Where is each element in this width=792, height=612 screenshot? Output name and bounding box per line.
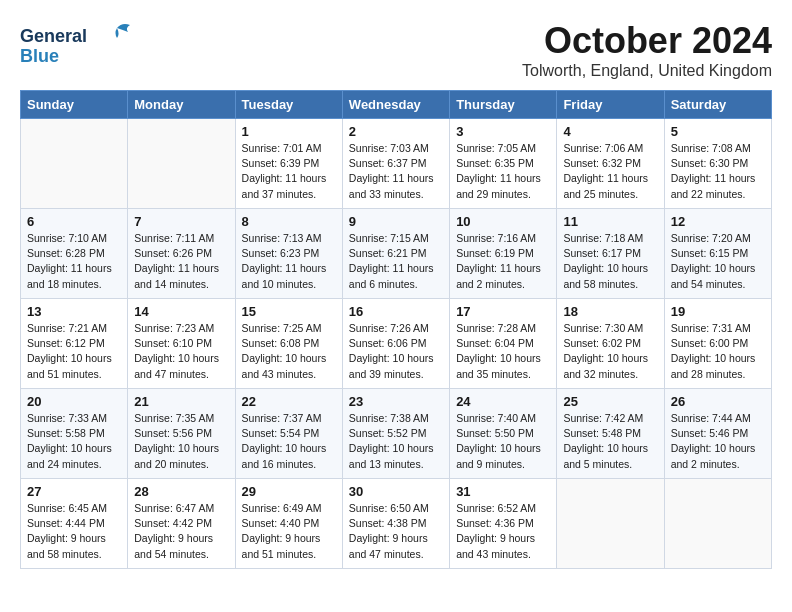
- day-content: Sunrise: 7:25 AM Sunset: 6:08 PM Dayligh…: [242, 321, 336, 382]
- day-content: Sunrise: 7:33 AM Sunset: 5:58 PM Dayligh…: [27, 411, 121, 472]
- day-content: Sunrise: 7:38 AM Sunset: 5:52 PM Dayligh…: [349, 411, 443, 472]
- calendar-cell: 15Sunrise: 7:25 AM Sunset: 6:08 PM Dayli…: [235, 299, 342, 389]
- calendar-table: SundayMondayTuesdayWednesdayThursdayFrid…: [20, 90, 772, 569]
- calendar-cell: 21Sunrise: 7:35 AM Sunset: 5:56 PM Dayli…: [128, 389, 235, 479]
- month-title: October 2024: [522, 20, 772, 62]
- day-number: 8: [242, 214, 336, 229]
- day-number: 14: [134, 304, 228, 319]
- day-number: 10: [456, 214, 550, 229]
- day-content: Sunrise: 7:21 AM Sunset: 6:12 PM Dayligh…: [27, 321, 121, 382]
- day-content: Sunrise: 7:35 AM Sunset: 5:56 PM Dayligh…: [134, 411, 228, 472]
- calendar-cell: 26Sunrise: 7:44 AM Sunset: 5:46 PM Dayli…: [664, 389, 771, 479]
- logo-svg: General Blue: [20, 20, 140, 70]
- day-number: 15: [242, 304, 336, 319]
- calendar-body: 1Sunrise: 7:01 AM Sunset: 6:39 PM Daylig…: [21, 119, 772, 569]
- calendar-cell: [557, 479, 664, 569]
- calendar-cell: 23Sunrise: 7:38 AM Sunset: 5:52 PM Dayli…: [342, 389, 449, 479]
- day-content: Sunrise: 7:23 AM Sunset: 6:10 PM Dayligh…: [134, 321, 228, 382]
- calendar-cell: 14Sunrise: 7:23 AM Sunset: 6:10 PM Dayli…: [128, 299, 235, 389]
- day-content: Sunrise: 6:47 AM Sunset: 4:42 PM Dayligh…: [134, 501, 228, 562]
- day-header-wednesday: Wednesday: [342, 91, 449, 119]
- day-number: 7: [134, 214, 228, 229]
- day-number: 17: [456, 304, 550, 319]
- calendar-cell: 30Sunrise: 6:50 AM Sunset: 4:38 PM Dayli…: [342, 479, 449, 569]
- day-content: Sunrise: 6:50 AM Sunset: 4:38 PM Dayligh…: [349, 501, 443, 562]
- day-number: 31: [456, 484, 550, 499]
- day-content: Sunrise: 7:08 AM Sunset: 6:30 PM Dayligh…: [671, 141, 765, 202]
- day-number: 2: [349, 124, 443, 139]
- calendar-cell: 16Sunrise: 7:26 AM Sunset: 6:06 PM Dayli…: [342, 299, 449, 389]
- day-number: 4: [563, 124, 657, 139]
- calendar-cell: 19Sunrise: 7:31 AM Sunset: 6:00 PM Dayli…: [664, 299, 771, 389]
- day-number: 9: [349, 214, 443, 229]
- calendar-cell: 24Sunrise: 7:40 AM Sunset: 5:50 PM Dayli…: [450, 389, 557, 479]
- calendar-cell: 4Sunrise: 7:06 AM Sunset: 6:32 PM Daylig…: [557, 119, 664, 209]
- calendar-cell: 22Sunrise: 7:37 AM Sunset: 5:54 PM Dayli…: [235, 389, 342, 479]
- day-content: Sunrise: 7:01 AM Sunset: 6:39 PM Dayligh…: [242, 141, 336, 202]
- day-number: 20: [27, 394, 121, 409]
- day-header-monday: Monday: [128, 91, 235, 119]
- day-content: Sunrise: 7:05 AM Sunset: 6:35 PM Dayligh…: [456, 141, 550, 202]
- day-content: Sunrise: 7:13 AM Sunset: 6:23 PM Dayligh…: [242, 231, 336, 292]
- calendar-cell: [128, 119, 235, 209]
- location: Tolworth, England, United Kingdom: [522, 62, 772, 80]
- calendar-cell: 25Sunrise: 7:42 AM Sunset: 5:48 PM Dayli…: [557, 389, 664, 479]
- day-content: Sunrise: 7:18 AM Sunset: 6:17 PM Dayligh…: [563, 231, 657, 292]
- day-content: Sunrise: 7:03 AM Sunset: 6:37 PM Dayligh…: [349, 141, 443, 202]
- day-content: Sunrise: 7:10 AM Sunset: 6:28 PM Dayligh…: [27, 231, 121, 292]
- calendar-cell: 8Sunrise: 7:13 AM Sunset: 6:23 PM Daylig…: [235, 209, 342, 299]
- day-content: Sunrise: 6:52 AM Sunset: 4:36 PM Dayligh…: [456, 501, 550, 562]
- day-number: 23: [349, 394, 443, 409]
- day-number: 26: [671, 394, 765, 409]
- calendar-week-5: 27Sunrise: 6:45 AM Sunset: 4:44 PM Dayli…: [21, 479, 772, 569]
- day-content: Sunrise: 7:26 AM Sunset: 6:06 PM Dayligh…: [349, 321, 443, 382]
- day-content: Sunrise: 7:11 AM Sunset: 6:26 PM Dayligh…: [134, 231, 228, 292]
- calendar-cell: 12Sunrise: 7:20 AM Sunset: 6:15 PM Dayli…: [664, 209, 771, 299]
- calendar-week-3: 13Sunrise: 7:21 AM Sunset: 6:12 PM Dayli…: [21, 299, 772, 389]
- day-number: 3: [456, 124, 550, 139]
- day-header-saturday: Saturday: [664, 91, 771, 119]
- day-content: Sunrise: 7:15 AM Sunset: 6:21 PM Dayligh…: [349, 231, 443, 292]
- day-number: 19: [671, 304, 765, 319]
- calendar-cell: 1Sunrise: 7:01 AM Sunset: 6:39 PM Daylig…: [235, 119, 342, 209]
- day-number: 18: [563, 304, 657, 319]
- svg-text:General: General: [20, 26, 87, 46]
- logo: General Blue: [20, 20, 140, 70]
- calendar-cell: 27Sunrise: 6:45 AM Sunset: 4:44 PM Dayli…: [21, 479, 128, 569]
- day-number: 12: [671, 214, 765, 229]
- day-number: 16: [349, 304, 443, 319]
- day-number: 13: [27, 304, 121, 319]
- calendar-cell: 7Sunrise: 7:11 AM Sunset: 6:26 PM Daylig…: [128, 209, 235, 299]
- calendar-cell: 6Sunrise: 7:10 AM Sunset: 6:28 PM Daylig…: [21, 209, 128, 299]
- day-content: Sunrise: 7:42 AM Sunset: 5:48 PM Dayligh…: [563, 411, 657, 472]
- day-content: Sunrise: 7:20 AM Sunset: 6:15 PM Dayligh…: [671, 231, 765, 292]
- calendar-cell: 9Sunrise: 7:15 AM Sunset: 6:21 PM Daylig…: [342, 209, 449, 299]
- day-number: 25: [563, 394, 657, 409]
- day-number: 28: [134, 484, 228, 499]
- day-content: Sunrise: 7:44 AM Sunset: 5:46 PM Dayligh…: [671, 411, 765, 472]
- title-section: October 2024 Tolworth, England, United K…: [522, 20, 772, 80]
- day-number: 21: [134, 394, 228, 409]
- calendar-week-1: 1Sunrise: 7:01 AM Sunset: 6:39 PM Daylig…: [21, 119, 772, 209]
- day-content: Sunrise: 7:40 AM Sunset: 5:50 PM Dayligh…: [456, 411, 550, 472]
- day-header-tuesday: Tuesday: [235, 91, 342, 119]
- day-content: Sunrise: 7:06 AM Sunset: 6:32 PM Dayligh…: [563, 141, 657, 202]
- svg-text:Blue: Blue: [20, 46, 59, 66]
- day-content: Sunrise: 7:31 AM Sunset: 6:00 PM Dayligh…: [671, 321, 765, 382]
- day-content: Sunrise: 6:45 AM Sunset: 4:44 PM Dayligh…: [27, 501, 121, 562]
- day-content: Sunrise: 6:49 AM Sunset: 4:40 PM Dayligh…: [242, 501, 336, 562]
- day-header-friday: Friday: [557, 91, 664, 119]
- day-number: 27: [27, 484, 121, 499]
- day-header-sunday: Sunday: [21, 91, 128, 119]
- calendar-cell: [664, 479, 771, 569]
- day-number: 22: [242, 394, 336, 409]
- calendar-cell: 5Sunrise: 7:08 AM Sunset: 6:30 PM Daylig…: [664, 119, 771, 209]
- calendar-cell: 29Sunrise: 6:49 AM Sunset: 4:40 PM Dayli…: [235, 479, 342, 569]
- calendar-week-2: 6Sunrise: 7:10 AM Sunset: 6:28 PM Daylig…: [21, 209, 772, 299]
- calendar-cell: 3Sunrise: 7:05 AM Sunset: 6:35 PM Daylig…: [450, 119, 557, 209]
- day-number: 29: [242, 484, 336, 499]
- day-number: 24: [456, 394, 550, 409]
- day-number: 1: [242, 124, 336, 139]
- calendar-cell: 10Sunrise: 7:16 AM Sunset: 6:19 PM Dayli…: [450, 209, 557, 299]
- calendar-cell: 13Sunrise: 7:21 AM Sunset: 6:12 PM Dayli…: [21, 299, 128, 389]
